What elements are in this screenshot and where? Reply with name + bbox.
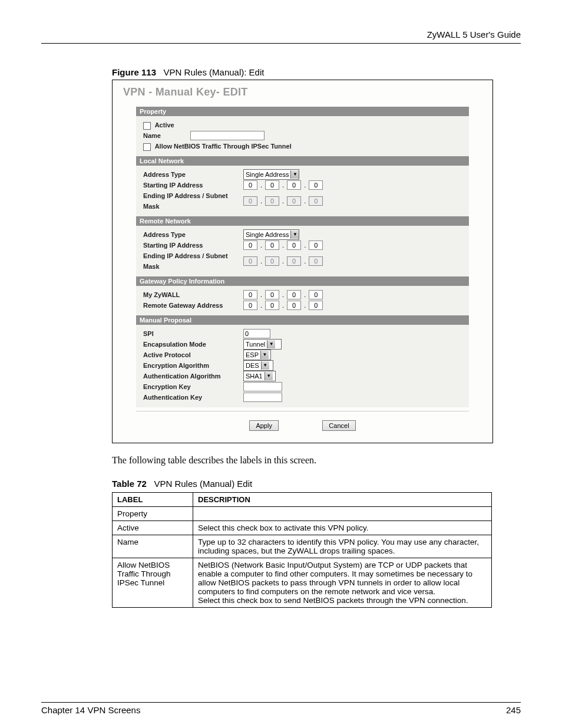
divider [136,411,469,411]
name-label: Name [143,130,190,141]
auth-key-input[interactable] [243,393,282,402]
ip-octet[interactable] [287,180,301,190]
spi-input[interactable] [243,329,270,338]
enc-key-input[interactable] [243,382,282,391]
cancel-button[interactable]: Cancel [322,420,355,431]
ip-octet[interactable] [287,241,301,250]
section-manual-header: Manual Proposal [136,315,469,325]
auth-alg-label: Authentication Algorithm [143,371,243,381]
ip-octet [287,256,301,266]
screen-title: VPN - Manual Key- EDIT [113,80,492,107]
table-label: Table 72 [112,479,147,489]
ip-octet [243,256,257,266]
local-addr-type-label: Address Type [143,169,243,180]
ip-octet [309,256,323,266]
footer-page: 245 [506,705,521,715]
active-label: Active [155,121,174,129]
ip-octet [287,196,301,206]
th-label: LABEL [113,493,193,507]
section-local-header: Local Network [136,156,469,166]
chevron-down-icon: ▼ [261,361,269,370]
ip-octet[interactable] [265,241,279,250]
local-start-ip-label: Starting IP Address [143,180,243,190]
section-property-header: Property [136,107,469,116]
ip-octet[interactable] [309,241,323,250]
chevron-down-icon: ▼ [290,230,299,239]
enc-alg-label: Encryption Algorithm [143,360,243,371]
ip-octet[interactable] [309,301,323,310]
figure-title: VPN Rules (Manual): Edit [164,67,265,77]
cell-label: Allow NetBIOS Traffic Through IPSec Tunn… [113,558,193,608]
ip-octet[interactable] [243,180,257,190]
local-start-ip: . . . [243,180,462,190]
ip-octet[interactable] [309,290,323,299]
ip-octet[interactable] [265,301,279,310]
cell-desc: Select this check box to activate this V… [193,521,492,535]
table-row: Property [113,507,492,521]
ip-octet[interactable] [243,241,257,250]
cell-label: Property [113,507,193,521]
table-caption: Table 72 VPN Rules (Manual) Edit [112,479,521,489]
ip-octet[interactable] [243,301,257,310]
chevron-down-icon: ▼ [265,372,273,380]
name-input[interactable] [190,131,265,140]
encap-select[interactable]: Tunnel ▼ [243,339,282,350]
table-row: Active Select this check box to activate… [113,521,492,535]
ip-octet[interactable] [287,290,301,299]
ip-octet[interactable] [243,290,257,299]
chevron-down-icon: ▼ [267,340,275,348]
enc-alg-value: DES [246,360,259,371]
apply-button[interactable]: Apply [249,420,279,431]
spi-label: SPI [143,328,243,339]
enc-alg-select[interactable]: DES ▼ [243,360,273,371]
local-addr-type-value: Single Address [246,169,289,180]
remote-start-ip-label: Starting IP Address [143,240,243,251]
screenshot-container: VPN - Manual Key- EDIT Property Active N… [112,80,493,443]
header-rule [41,43,521,44]
table-row: Allow NetBIOS Traffic Through IPSec Tunn… [113,558,492,608]
ip-octet[interactable] [309,180,323,190]
auth-alg-value: SHA1 [246,371,263,381]
figure-caption: Figure 113 VPN Rules (Manual): Edit [112,67,521,77]
auth-alg-select[interactable]: SHA1 ▼ [243,371,276,381]
ip-octet [243,196,257,206]
cell-desc: Type up to 32 characters to identify thi… [193,535,492,558]
cell-label: Active [113,521,193,535]
my-zywall-label: My ZyWALL [143,289,243,300]
remote-addr-type-label: Address Type [143,229,243,240]
chevron-down-icon: ▼ [290,170,299,179]
remote-addr-type-select[interactable]: Single Address ▼ [243,229,299,240]
proto-select[interactable]: ESP ▼ [243,350,271,360]
intro-paragraph: The following table describes the labels… [112,455,521,466]
proto-label: Active Protocol [143,350,243,360]
local-end-ip-label: Ending IP Address / Subnet Mask [143,190,243,212]
ip-octet[interactable] [265,290,279,299]
remote-addr-type-value: Single Address [246,229,289,240]
remote-end-ip-label: Ending IP Address / Subnet Mask [143,251,243,272]
table-row: Name Type up to 32 characters to identif… [113,535,492,558]
ip-octet [265,256,279,266]
description-table: LABEL DESCRIPTION Property Active Select… [112,492,492,608]
remote-gateway-label: Remote Gateway Address [143,300,243,311]
local-addr-type-select[interactable]: Single Address ▼ [243,169,299,180]
netbios-checkbox[interactable] [143,143,151,151]
ip-octet [265,196,279,206]
ip-octet[interactable] [265,180,279,190]
chevron-down-icon: ▼ [260,351,269,359]
cell-desc [193,507,492,521]
cell-desc: NetBIOS (Network Basic Input/Output Syst… [193,558,492,608]
th-desc: DESCRIPTION [193,493,492,507]
auth-key-label: Authentication Key [143,392,243,403]
active-checkbox[interactable] [143,122,151,130]
table-title: VPN Rules (Manual) Edit [154,479,252,489]
enc-key-label: Encryption Key [143,381,243,392]
proto-value: ESP [246,350,259,360]
netbios-label: Allow NetBIOS Traffic Through IPSec Tunn… [155,143,292,150]
encap-value: Tunnel [246,339,265,350]
figure-label: Figure 113 [112,67,156,77]
encap-label: Encapsulation Mode [143,339,243,350]
section-remote-header: Remote Network [136,216,469,226]
ip-octet[interactable] [287,301,301,310]
ip-octet [309,196,323,206]
cell-label: Name [113,535,193,558]
